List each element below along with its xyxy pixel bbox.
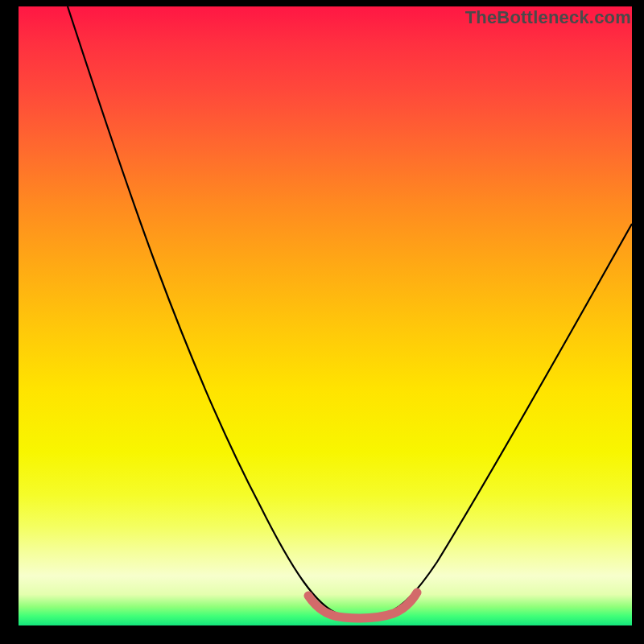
- chart-svg: [19, 6, 632, 625]
- chart-frame: TheBottleneck.com: [0, 0, 644, 644]
- plot-area: [19, 6, 632, 625]
- watermark-text: TheBottleneck.com: [465, 7, 631, 28]
- bottleneck-curve: [68, 6, 632, 617]
